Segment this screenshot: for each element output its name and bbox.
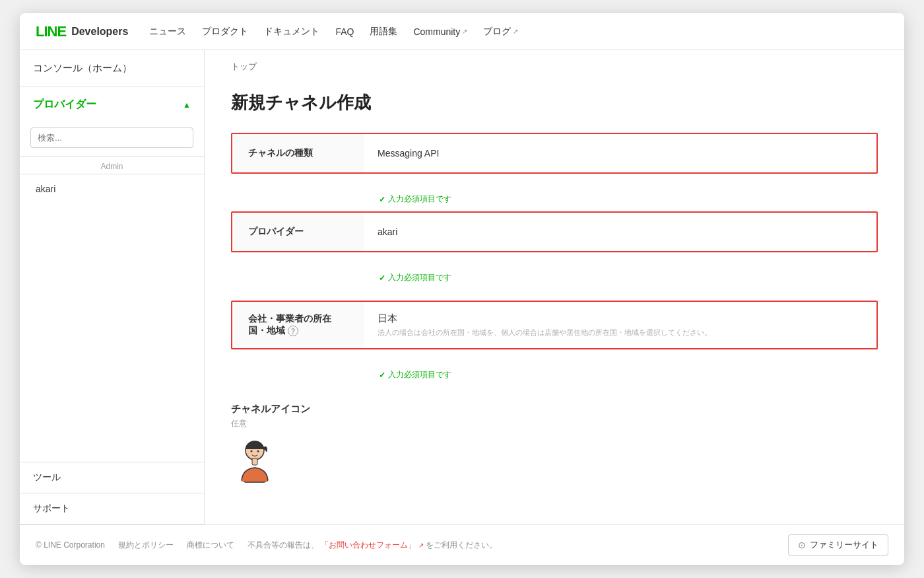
- footer-copyright: © LINE Corporation: [36, 540, 105, 550]
- provider-required: 入力必須項目です: [231, 268, 878, 290]
- nav-item-product[interactable]: プロダクト: [202, 26, 248, 38]
- channel-icon-title: チャネルアイコン: [231, 403, 878, 415]
- channel-type-field: Messaging API: [364, 134, 876, 172]
- sidebar-search-container: [20, 122, 204, 153]
- country-section: 会社・事業者の所在 国・地域 ? 日本 法人の場合は会社の所在国・地域を、個人の…: [231, 301, 878, 349]
- country-value: 日本: [378, 312, 863, 325]
- nav-item-docs[interactable]: ドキュメント: [264, 26, 319, 38]
- nav-item-faq[interactable]: FAQ: [335, 26, 354, 37]
- family-site-button[interactable]: ⊙ ファミリーサイト: [788, 534, 888, 556]
- country-hint: 法人の場合は会社の所在国・地域を、個人の場合は店舗や居住地の所在国・地域を選択し…: [378, 328, 863, 338]
- country-required: 入力必須項目です: [231, 365, 878, 387]
- family-site-icon: ⊙: [798, 540, 806, 550]
- footer-report: 不具合等の報告は、 「お問い合わせフォーム」 ↗ をご利用ください。: [248, 540, 497, 551]
- logo-developers: Developers: [71, 26, 128, 38]
- channel-icon-avatar[interactable]: [231, 437, 279, 485]
- sidebar: コンソール（ホーム） プロバイダー ▲ Admin akari ツール サポート: [20, 50, 205, 524]
- channel-icon-optional: 任意: [231, 418, 878, 429]
- channel-type-required: 入力必須項目です: [231, 190, 878, 211]
- search-input[interactable]: [30, 127, 193, 148]
- nav-item-news[interactable]: ニュース: [149, 26, 186, 38]
- footer-terms[interactable]: 規約とポリシー: [118, 540, 174, 551]
- footer-contact-link[interactable]: 「お問い合わせフォーム」: [321, 540, 416, 550]
- footer-trademark[interactable]: 商標について: [187, 540, 234, 551]
- country-row: 会社・事業者の所在 国・地域 ? 日本 法人の場合は会社の所在国・地域を、個人の…: [232, 302, 876, 348]
- country-label-line1: 会社・事業者の所在: [248, 313, 348, 325]
- footer-report-prefix: 不具合等の報告は、: [248, 540, 319, 550]
- page-title: 新規チャネル作成: [231, 91, 878, 114]
- avatar-person-icon: [235, 437, 275, 485]
- admin-label: Admin: [20, 156, 204, 174]
- channel-type-row: チャネルの種類 Messaging API: [232, 134, 876, 172]
- provider-value: akari: [378, 227, 397, 237]
- external-link-icon: ↗: [462, 28, 467, 35]
- nav-item-blog[interactable]: ブログ ↗: [483, 26, 518, 38]
- channel-type-section: チャネルの種類 Messaging API: [231, 133, 878, 174]
- provider-row: プロバイダー akari: [232, 213, 876, 251]
- page-content: 新規チャネル作成 チャネルの種類 Messaging API 入力必須項目です …: [205, 78, 904, 511]
- footer-report-suffix: をご利用ください。: [426, 540, 497, 550]
- top-nav: LINE Developers ニュース プロダクト ドキュメント FAQ 用語…: [20, 13, 904, 50]
- provider-section: プロバイダー akari: [231, 211, 878, 252]
- family-site-label: ファミリーサイト: [810, 539, 878, 551]
- sidebar-providers-header[interactable]: プロバイダー ▲: [20, 87, 204, 122]
- sidebar-bottom-items: ツール サポート: [20, 462, 204, 524]
- country-label-line2-container: 国・地域 ?: [248, 325, 348, 337]
- logo-line: LINE: [36, 23, 66, 40]
- sidebar-console[interactable]: コンソール（ホーム）: [20, 50, 204, 87]
- main-content: トップ 新規チャネル作成 チャネルの種類 Messaging API 入力必須項…: [205, 50, 904, 524]
- country-label-line2: 国・地域: [248, 325, 285, 337]
- nav-menu: ニュース プロダクト ドキュメント FAQ 用語集 Community ↗ ブロ…: [149, 26, 518, 38]
- sidebar-item-akari[interactable]: akari: [20, 177, 204, 201]
- provider-label: プロバイダー: [232, 213, 364, 251]
- sidebar-item-tools[interactable]: ツール: [20, 462, 204, 493]
- sidebar-providers-label: プロバイダー: [33, 98, 96, 112]
- breadcrumb: トップ: [205, 50, 904, 78]
- logo[interactable]: LINE Developers: [36, 23, 128, 40]
- footer-right: ⊙ ファミリーサイト: [788, 534, 888, 556]
- svg-point-3: [257, 451, 259, 452]
- nav-item-glossary[interactable]: 用語集: [370, 26, 397, 38]
- channel-icon-section: チャネルアイコン 任意: [231, 403, 878, 485]
- svg-point-2: [251, 451, 253, 452]
- footer-external-icon: ↗: [418, 542, 424, 549]
- country-section-wrapper: 会社・事業者の所在 国・地域 ? 日本 法人の場合は会社の所在国・地域を、個人の…: [231, 301, 878, 387]
- chevron-up-icon: ▲: [183, 100, 191, 110]
- help-icon[interactable]: ?: [288, 326, 298, 336]
- nav-item-community[interactable]: Community ↗: [413, 26, 467, 37]
- country-label-cell: 会社・事業者の所在 国・地域 ?: [232, 302, 364, 348]
- country-field-cell: 日本 法人の場合は会社の所在国・地域を、個人の場合は店舗や居住地の所在国・地域を…: [364, 302, 876, 348]
- footer: © LINE Corporation 規約とポリシー 商標について 不具合等の報…: [20, 524, 904, 565]
- svg-rect-1: [252, 458, 257, 465]
- channel-type-value: Messaging API: [378, 148, 439, 159]
- channel-type-label: チャネルの種類: [232, 134, 364, 172]
- external-link-icon: ↗: [513, 28, 518, 35]
- provider-field: akari: [364, 213, 876, 251]
- sidebar-item-support[interactable]: サポート: [20, 493, 204, 524]
